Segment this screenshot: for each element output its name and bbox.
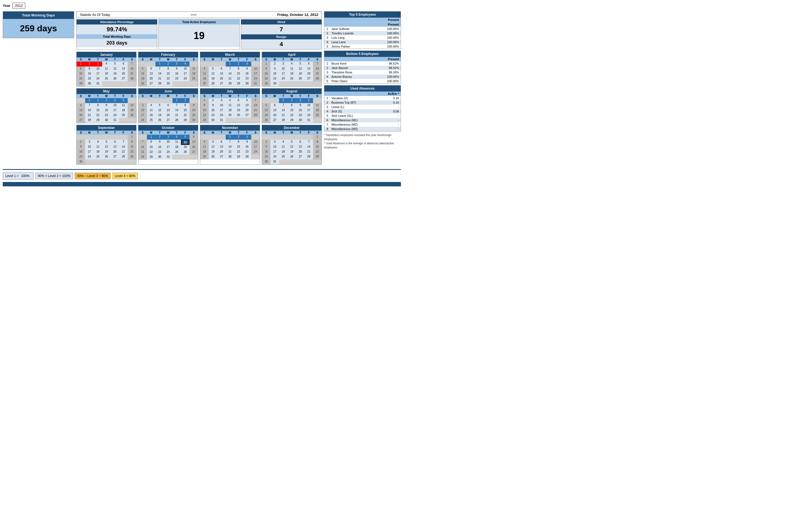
calendar-day: 17: [181, 71, 189, 76]
calendar-day: 31: [271, 159, 279, 164]
calendar-day: [119, 135, 128, 140]
calendar-day: 22: [200, 113, 209, 118]
day-label: F: [305, 130, 313, 135]
calendar-day: 15: [77, 71, 85, 76]
calendar-day: 12: [209, 144, 217, 150]
calendar-day: 5: [156, 103, 164, 108]
calendar-day: [111, 81, 119, 86]
day-label: T: [156, 130, 164, 135]
calendar-day: 3: [164, 135, 172, 140]
calendar-day: 20: [217, 76, 226, 81]
calendar-day: 6: [271, 103, 279, 108]
calendar-day: [313, 118, 322, 123]
calendar-day: [111, 159, 119, 164]
calendar-day: 22: [128, 150, 136, 154]
calendar-day: 18: [226, 108, 234, 113]
top5-title: Top 5 Employees: [324, 12, 401, 18]
calendar-day: 24: [111, 113, 119, 118]
calendar-day: 3: [85, 140, 93, 144]
calendar-day: 20: [243, 108, 251, 113]
calendar-day: 8: [313, 140, 322, 144]
calendar-day: 25: [200, 154, 209, 159]
calendar-day: 6: [217, 140, 226, 144]
level1-label: Level 1: [5, 174, 16, 178]
calendar-day: [305, 135, 313, 140]
calendar-day: 6: [189, 135, 198, 140]
calendar-day: 10: [279, 67, 288, 71]
calendar-day: 11: [200, 71, 209, 76]
calendar-day: [313, 159, 322, 164]
calendar-day: 17: [305, 108, 313, 113]
used-absences-container: Used Absences Av/Em *1Vacation (V)0.162B…: [324, 85, 401, 131]
day-label: M: [147, 94, 156, 98]
calendar-day: [102, 81, 111, 86]
calendar-day: 6: [111, 140, 119, 144]
level4-right: 80%: [129, 174, 135, 178]
day-label: S: [139, 94, 147, 98]
calendar-day: 5: [181, 135, 189, 140]
calendar-day: 2: [156, 135, 164, 140]
calendar-day: 16: [189, 108, 198, 113]
calendar-day: 31: [111, 118, 119, 123]
notes: * Top/bottom employees excluded this yea…: [324, 133, 401, 150]
calendar-day: 27: [217, 154, 226, 159]
calendar-day: 13: [77, 108, 85, 113]
calendar-day: 9: [296, 103, 305, 108]
day-label: W: [288, 94, 296, 98]
calendar-day: 12: [234, 103, 243, 108]
calendar-day: 23: [243, 76, 251, 81]
calendar-day: 13: [296, 144, 305, 150]
day-label: T: [217, 94, 226, 98]
calendar-day: 16: [296, 108, 305, 113]
calendar-day: 8: [147, 140, 156, 145]
calendar-day: 2: [85, 61, 93, 67]
stat-header-row: Statistic As Of Today >>> Friday, Octobe…: [76, 11, 322, 18]
calendar-day: 7: [313, 61, 322, 67]
calendar-day: 16: [262, 150, 271, 154]
calendar-day: [313, 81, 322, 86]
note-line2: * Used Absences is the average of absenc…: [324, 141, 401, 150]
calendar-day: 29: [147, 155, 156, 160]
calendar-day: [147, 61, 156, 67]
calendar-day: 11: [119, 103, 128, 108]
day-label: S: [139, 130, 147, 135]
day-label: S: [251, 94, 260, 98]
calendar-day: 30: [85, 81, 93, 86]
calendar-day: 23: [102, 113, 111, 118]
calendar-day: 7: [251, 98, 260, 103]
calendar-day: 20: [189, 145, 198, 150]
day-label: S: [200, 94, 209, 98]
day-label: F: [305, 94, 313, 98]
calendar-day: 20: [164, 113, 172, 118]
legend-row: Level 1 = 100% 90% < Level 2 < 100% 80% …: [3, 169, 401, 180]
calendar-day: 24: [251, 150, 260, 154]
day-label: T: [296, 57, 305, 61]
calendar-day: 29: [200, 118, 209, 123]
calendar-day: 18: [93, 150, 102, 154]
calendar-day: 9: [209, 103, 217, 108]
calendar-day: 15: [128, 144, 136, 150]
day-label: F: [119, 94, 128, 98]
day-label: W: [164, 130, 172, 135]
calendar-day: [181, 81, 189, 86]
calendar-day: 9: [243, 140, 251, 144]
calendar-day: 4: [200, 67, 209, 71]
year-value[interactable]: 2012: [12, 3, 25, 9]
calendar-day: 26: [111, 76, 119, 81]
calendar-header-november: November: [200, 125, 260, 130]
calendar-day: 8: [181, 103, 189, 108]
day-label: W: [164, 94, 172, 98]
calendar-day: 18: [102, 71, 111, 76]
year-label: Year: [3, 3, 10, 8]
calendar-day: 28: [305, 154, 313, 159]
calendar-day: [93, 135, 102, 140]
calendar-day: 8: [93, 103, 102, 108]
calendar-day: 11: [226, 103, 234, 108]
calendar-day: 17: [111, 108, 119, 113]
calendar-day: 2: [271, 61, 279, 67]
calendar-day: 17: [164, 145, 172, 150]
calendar-day: 14: [226, 144, 234, 150]
calendar-day: 20: [147, 76, 156, 81]
calendar-day: [102, 135, 111, 140]
calendar-day: [189, 98, 198, 103]
